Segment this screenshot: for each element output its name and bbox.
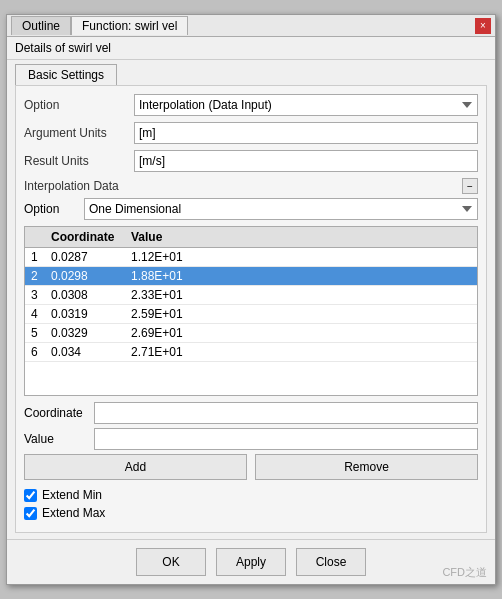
extend-min-row: Extend Min [24,488,478,502]
remove-button[interactable]: Remove [255,454,478,480]
interpolation-data-header: Interpolation Data − [24,178,478,194]
row-num: 2 [25,267,45,286]
row-coordinate: 0.034 [45,343,125,362]
interpolation-option-row: Option One Dimensional [24,198,478,220]
row-scroll-spacer [465,267,477,286]
title-bar: Outline Function: swirl vel × [7,15,495,37]
extend-min-label: Extend Min [42,488,102,502]
col-coordinate-header: Coordinate [45,227,125,248]
row-num: 6 [25,343,45,362]
details-label: Details of swirl vel [7,37,495,60]
close-button[interactable]: Close [296,548,366,576]
row-value: 1.12E+01 [125,248,465,267]
table-row[interactable]: 1 0.0287 1.12E+01 [25,248,477,267]
row-coordinate: 0.0329 [45,324,125,343]
table-row[interactable]: 4 0.0319 2.59E+01 [25,305,477,324]
table-row[interactable]: 3 0.0308 2.33E+01 [25,286,477,305]
scroll-spacer [465,227,477,248]
interpolation-data-label: Interpolation Data [24,179,462,193]
row-scroll-spacer [465,286,477,305]
collapse-button[interactable]: − [462,178,478,194]
content-area: Option Interpolation (Data Input) Argume… [15,85,487,533]
option-row: Option Interpolation (Data Input) [24,94,478,116]
apply-button[interactable]: Apply [216,548,286,576]
table-row[interactable]: 6 0.034 2.71E+01 [25,343,477,362]
add-button[interactable]: Add [24,454,247,480]
argument-units-label: Argument Units [24,126,134,140]
interpolation-option-label: Option [24,202,84,216]
value-edit-input[interactable] [94,428,478,450]
value-edit-label: Value [24,432,94,446]
row-scroll-spacer [465,248,477,267]
result-units-label: Result Units [24,154,134,168]
inner-tabs: Basic Settings [7,60,495,85]
outline-tab[interactable]: Outline [11,16,71,35]
row-value: 2.71E+01 [125,343,465,362]
result-units-input[interactable] [134,150,478,172]
extend-max-row: Extend Max [24,506,478,520]
argument-units-input[interactable] [134,122,478,144]
row-scroll-spacer [465,324,477,343]
row-coordinate: 0.0287 [45,248,125,267]
row-num: 1 [25,248,45,267]
data-table-container[interactable]: Coordinate Value 1 0.0287 1.12E+01 2 0.0… [24,226,478,396]
row-value: 1.88E+01 [125,267,465,286]
table-body: 1 0.0287 1.12E+01 2 0.0298 1.88E+01 3 0.… [25,248,477,362]
row-coordinate: 0.0298 [45,267,125,286]
function-tab[interactable]: Function: swirl vel [71,16,188,35]
table-row[interactable]: 2 0.0298 1.88E+01 [25,267,477,286]
watermark: CFD之道 [442,565,487,580]
footer: OK Apply Close CFD之道 [7,539,495,584]
row-value: 2.69E+01 [125,324,465,343]
coordinate-edit-label: Coordinate [24,406,94,420]
row-num: 4 [25,305,45,324]
extend-max-label: Extend Max [42,506,105,520]
row-value: 2.59E+01 [125,305,465,324]
add-remove-row: Add Remove [24,454,478,480]
option-select[interactable]: Interpolation (Data Input) [134,94,478,116]
row-coordinate: 0.0308 [45,286,125,305]
data-table: Coordinate Value 1 0.0287 1.12E+01 2 0.0… [25,227,477,362]
table-header-row: Coordinate Value [25,227,477,248]
row-coordinate: 0.0319 [45,305,125,324]
result-units-row: Result Units [24,150,478,172]
main-window: Outline Function: swirl vel × Details of… [6,14,496,585]
coordinate-edit-input[interactable] [94,402,478,424]
coordinate-edit-row: Coordinate [24,402,478,424]
col-num-header [25,227,45,248]
row-scroll-spacer [465,343,477,362]
extend-max-checkbox[interactable] [24,507,37,520]
row-value: 2.33E+01 [125,286,465,305]
ok-button[interactable]: OK [136,548,206,576]
close-icon[interactable]: × [475,18,491,34]
row-scroll-spacer [465,305,477,324]
extend-min-checkbox[interactable] [24,489,37,502]
col-value-header: Value [125,227,465,248]
option-label: Option [24,98,134,112]
row-num: 5 [25,324,45,343]
basic-settings-tab[interactable]: Basic Settings [15,64,117,85]
table-row[interactable]: 5 0.0329 2.69E+01 [25,324,477,343]
interpolation-option-select[interactable]: One Dimensional [84,198,478,220]
row-num: 3 [25,286,45,305]
value-edit-row: Value [24,428,478,450]
title-tabs: Outline Function: swirl vel [11,16,188,35]
argument-units-row: Argument Units [24,122,478,144]
